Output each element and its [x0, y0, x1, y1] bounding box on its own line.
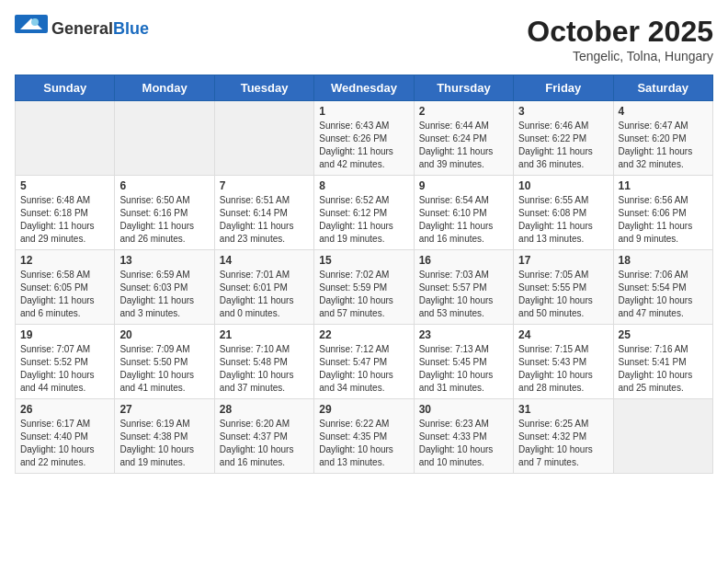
- page-header: General Blue October 2025 Tengelic, Toln…: [15, 15, 713, 63]
- calendar-day-cell: [613, 399, 712, 474]
- day-number: 4: [619, 105, 708, 118]
- calendar-day-cell: 24Sunrise: 7:15 AM Sunset: 5:43 PM Dayli…: [514, 325, 613, 399]
- calendar-day-cell: 30Sunrise: 6:23 AM Sunset: 4:33 PM Dayli…: [414, 399, 513, 474]
- calendar-day-cell: 27Sunrise: 6:19 AM Sunset: 4:38 PM Dayli…: [115, 399, 214, 474]
- calendar-day-cell: 21Sunrise: 7:10 AM Sunset: 5:48 PM Dayli…: [214, 325, 313, 399]
- weekday-header-monday: Monday: [115, 75, 214, 101]
- day-info: Sunrise: 6:23 AM Sunset: 4:33 PM Dayligh…: [419, 418, 508, 469]
- calendar-day-cell: 23Sunrise: 7:13 AM Sunset: 5:45 PM Dayli…: [414, 325, 513, 399]
- day-info: Sunrise: 6:50 AM Sunset: 6:16 PM Dayligh…: [119, 194, 209, 246]
- day-info: Sunrise: 6:19 AM Sunset: 4:38 PM Dayligh…: [119, 418, 209, 469]
- day-number: 2: [419, 105, 508, 118]
- calendar-day-cell: 15Sunrise: 7:02 AM Sunset: 5:59 PM Dayli…: [314, 250, 414, 325]
- calendar-day-cell: 18Sunrise: 7:06 AM Sunset: 5:54 PM Dayli…: [613, 250, 712, 325]
- day-number: 13: [119, 254, 209, 267]
- day-info: Sunrise: 6:54 AM Sunset: 6:10 PM Dayligh…: [419, 194, 508, 246]
- day-info: Sunrise: 6:52 AM Sunset: 6:12 PM Dayligh…: [319, 194, 408, 246]
- day-number: 14: [220, 254, 309, 267]
- calendar-day-cell: 9Sunrise: 6:54 AM Sunset: 6:10 PM Daylig…: [414, 176, 513, 250]
- calendar-day-cell: 11Sunrise: 6:56 AM Sunset: 6:06 PM Dayli…: [613, 176, 712, 250]
- day-info: Sunrise: 7:05 AM Sunset: 5:55 PM Dayligh…: [518, 269, 608, 320]
- day-info: Sunrise: 6:48 AM Sunset: 6:18 PM Dayligh…: [20, 194, 109, 246]
- day-info: Sunrise: 6:22 AM Sunset: 4:35 PM Dayligh…: [319, 418, 408, 469]
- day-info: Sunrise: 6:46 AM Sunset: 6:22 PM Dayligh…: [518, 120, 608, 171]
- calendar-day-cell: [115, 101, 214, 176]
- day-number: 16: [419, 254, 508, 267]
- day-info: Sunrise: 7:01 AM Sunset: 6:01 PM Dayligh…: [220, 269, 309, 320]
- calendar-day-cell: 28Sunrise: 6:20 AM Sunset: 4:37 PM Dayli…: [214, 399, 313, 474]
- day-number: 26: [20, 403, 109, 416]
- calendar-day-cell: 16Sunrise: 7:03 AM Sunset: 5:57 PM Dayli…: [414, 250, 513, 325]
- weekday-header-wednesday: Wednesday: [314, 75, 414, 101]
- day-number: 7: [220, 179, 309, 192]
- logo: General Blue: [15, 15, 149, 42]
- day-number: 24: [518, 328, 608, 341]
- day-number: 28: [220, 403, 309, 416]
- day-number: 30: [419, 403, 508, 416]
- calendar-day-cell: 6Sunrise: 6:50 AM Sunset: 6:16 PM Daylig…: [115, 176, 214, 250]
- calendar-week-row: 1Sunrise: 6:43 AM Sunset: 6:26 PM Daylig…: [16, 101, 713, 176]
- calendar-day-cell: 4Sunrise: 6:47 AM Sunset: 6:20 PM Daylig…: [613, 101, 712, 176]
- day-info: Sunrise: 6:43 AM Sunset: 6:26 PM Dayligh…: [319, 120, 408, 171]
- day-number: 22: [319, 328, 408, 341]
- calendar-day-cell: 8Sunrise: 6:52 AM Sunset: 6:12 PM Daylig…: [314, 176, 414, 250]
- weekday-header-tuesday: Tuesday: [214, 75, 313, 101]
- calendar-day-cell: 2Sunrise: 6:44 AM Sunset: 6:24 PM Daylig…: [414, 101, 513, 176]
- calendar-day-cell: 1Sunrise: 6:43 AM Sunset: 6:26 PM Daylig…: [314, 101, 414, 176]
- day-info: Sunrise: 7:02 AM Sunset: 5:59 PM Dayligh…: [319, 269, 408, 320]
- logo-icon: [15, 15, 48, 42]
- calendar-subtitle: Tengelic, Tolna, Hungary: [527, 49, 713, 63]
- weekday-header-saturday: Saturday: [613, 75, 712, 101]
- day-number: 6: [119, 179, 209, 192]
- day-info: Sunrise: 6:56 AM Sunset: 6:06 PM Dayligh…: [619, 194, 708, 246]
- day-info: Sunrise: 6:51 AM Sunset: 6:14 PM Dayligh…: [220, 194, 309, 246]
- svg-point-2: [31, 18, 39, 26]
- day-info: Sunrise: 7:12 AM Sunset: 5:47 PM Dayligh…: [319, 343, 408, 395]
- logo-text-blue: Blue: [113, 20, 149, 37]
- day-number: 27: [119, 403, 209, 416]
- day-number: 21: [220, 328, 309, 341]
- calendar-week-row: 19Sunrise: 7:07 AM Sunset: 5:52 PM Dayli…: [16, 325, 713, 399]
- day-number: 18: [619, 254, 708, 267]
- day-info: Sunrise: 6:17 AM Sunset: 4:40 PM Dayligh…: [20, 418, 109, 469]
- calendar-day-cell: 13Sunrise: 6:59 AM Sunset: 6:03 PM Dayli…: [115, 250, 214, 325]
- day-info: Sunrise: 6:44 AM Sunset: 6:24 PM Dayligh…: [419, 120, 508, 171]
- calendar-title: October 2025: [527, 15, 713, 49]
- calendar-week-row: 5Sunrise: 6:48 AM Sunset: 6:18 PM Daylig…: [16, 176, 713, 250]
- day-number: 1: [319, 105, 408, 118]
- day-number: 15: [319, 254, 408, 267]
- calendar-day-cell: [16, 101, 115, 176]
- day-info: Sunrise: 6:58 AM Sunset: 6:05 PM Dayligh…: [20, 269, 109, 320]
- calendar-day-cell: 10Sunrise: 6:55 AM Sunset: 6:08 PM Dayli…: [514, 176, 613, 250]
- calendar-day-cell: [214, 101, 313, 176]
- calendar-day-cell: 29Sunrise: 6:22 AM Sunset: 4:35 PM Dayli…: [314, 399, 414, 474]
- calendar-day-cell: 12Sunrise: 6:58 AM Sunset: 6:05 PM Dayli…: [16, 250, 115, 325]
- day-number: 25: [619, 328, 708, 341]
- day-number: 31: [518, 403, 608, 416]
- day-number: 19: [20, 328, 109, 341]
- day-info: Sunrise: 6:20 AM Sunset: 4:37 PM Dayligh…: [220, 418, 309, 469]
- day-info: Sunrise: 6:59 AM Sunset: 6:03 PM Dayligh…: [119, 269, 209, 320]
- calendar-day-cell: 19Sunrise: 7:07 AM Sunset: 5:52 PM Dayli…: [16, 325, 115, 399]
- day-number: 17: [518, 254, 608, 267]
- calendar-day-cell: 25Sunrise: 7:16 AM Sunset: 5:41 PM Dayli…: [613, 325, 712, 399]
- calendar-day-cell: 5Sunrise: 6:48 AM Sunset: 6:18 PM Daylig…: [16, 176, 115, 250]
- day-info: Sunrise: 7:06 AM Sunset: 5:54 PM Dayligh…: [619, 269, 708, 320]
- calendar-day-cell: 14Sunrise: 7:01 AM Sunset: 6:01 PM Dayli…: [214, 250, 313, 325]
- day-info: Sunrise: 7:13 AM Sunset: 5:45 PM Dayligh…: [419, 343, 508, 395]
- weekday-header-friday: Friday: [514, 75, 613, 101]
- calendar-week-row: 12Sunrise: 6:58 AM Sunset: 6:05 PM Dayli…: [16, 250, 713, 325]
- weekday-header-thursday: Thursday: [414, 75, 513, 101]
- logo-text-general: General: [51, 20, 113, 37]
- day-number: 29: [319, 403, 408, 416]
- calendar-day-cell: 17Sunrise: 7:05 AM Sunset: 5:55 PM Dayli…: [514, 250, 613, 325]
- day-info: Sunrise: 7:09 AM Sunset: 5:50 PM Dayligh…: [119, 343, 209, 395]
- day-number: 11: [619, 179, 708, 192]
- calendar-day-cell: 20Sunrise: 7:09 AM Sunset: 5:50 PM Dayli…: [115, 325, 214, 399]
- day-number: 5: [20, 179, 109, 192]
- calendar-day-cell: 7Sunrise: 6:51 AM Sunset: 6:14 PM Daylig…: [214, 176, 313, 250]
- day-info: Sunrise: 7:07 AM Sunset: 5:52 PM Dayligh…: [20, 343, 109, 395]
- day-number: 12: [20, 254, 109, 267]
- title-block: October 2025 Tengelic, Tolna, Hungary: [527, 15, 713, 63]
- day-info: Sunrise: 7:15 AM Sunset: 5:43 PM Dayligh…: [518, 343, 608, 395]
